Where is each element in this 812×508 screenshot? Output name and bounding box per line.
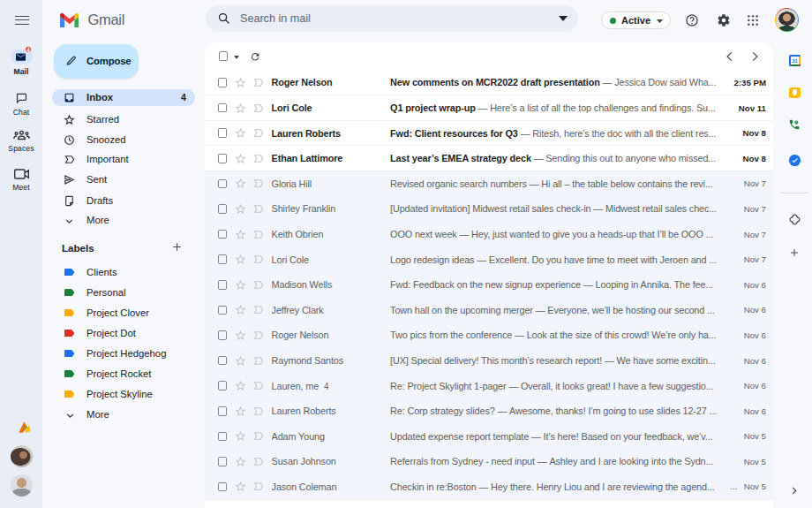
svg-text:31: 31 <box>792 58 798 64</box>
